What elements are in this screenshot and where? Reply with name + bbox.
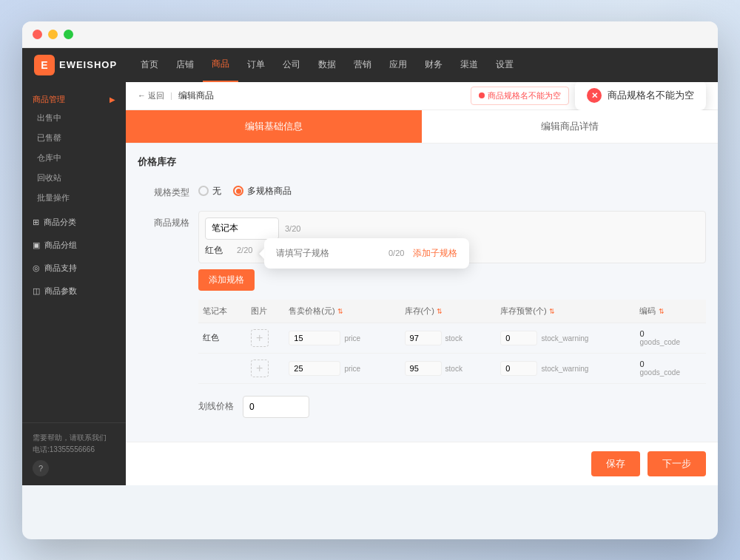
stock-sort-icon[interactable]: ⇅	[437, 308, 443, 315]
nav-item-channel[interactable]: 渠道	[451, 48, 487, 82]
radio-multi[interactable]: 多规格商品	[233, 185, 292, 198]
tab-bar: 编辑基础信息 编辑商品详情	[126, 110, 718, 144]
error-tooltip-text: 商品规格名不能为空	[608, 89, 694, 102]
error-area: 商品规格名不能为空 ✕ 商品规格名不能为空	[471, 82, 706, 111]
bottom-price-input[interactable]	[243, 396, 309, 418]
sidebar-item-group-label: 商品分组	[44, 240, 77, 251]
nav-item-app[interactable]: 应用	[380, 48, 416, 82]
tooltip-count: 0/20	[388, 249, 404, 257]
nav-item-marketing[interactable]: 营销	[345, 48, 380, 82]
code-bottom-row2: goods_code	[639, 368, 702, 377]
radio-circle-multi	[233, 186, 243, 196]
error-close-icon[interactable]: ✕	[587, 88, 602, 103]
sidebar-item-on-sale[interactable]: 出售中	[22, 108, 126, 128]
save-button[interactable]: 保存	[591, 451, 640, 476]
sidebar-item-warehouse[interactable]: 仓库中	[22, 148, 126, 168]
sidebar-footer: 需要帮助，请联系我们 电话:13355556666 ?	[22, 422, 126, 485]
spec-type-label: 规格类型	[138, 181, 189, 199]
close-button[interactable]	[33, 30, 42, 39]
next-button[interactable]: 下一步	[648, 451, 706, 476]
stock-placeholder-row2: stock	[445, 365, 462, 373]
price-input-row2[interactable]	[289, 361, 340, 376]
warning-input-row1[interactable]	[500, 331, 537, 345]
content-area: ← 返回 | 编辑商品 商品规格名不能为空 ✕ 商品规格名不能为空	[126, 82, 718, 485]
sidebar-item-batch[interactable]: 批量操作	[22, 188, 126, 208]
top-nav: E EWEISHOP 首页 店铺 商品 订单 公司 数据 营销 应用 财务 渠道…	[22, 48, 718, 82]
code-top-row1: 0	[639, 329, 702, 338]
table-row: + price stock	[198, 353, 706, 383]
breadcrumb-current: 编辑商品	[178, 90, 214, 102]
nav-item-data[interactable]: 数据	[309, 48, 345, 82]
price-row: 划线价格	[198, 396, 706, 418]
radio-none-label: 无	[212, 185, 221, 198]
action-bar: 保存 下一步	[126, 442, 718, 485]
radio-none[interactable]: 无	[198, 185, 221, 198]
title-bar	[22, 21, 718, 48]
td-stock-row2: stock	[400, 353, 497, 383]
error-dot-icon	[479, 92, 485, 98]
nav-item-company[interactable]: 公司	[274, 48, 309, 82]
image-upload-row2[interactable]: +	[251, 360, 269, 377]
td-price-row1: price	[284, 323, 400, 353]
sub-spec-label-red: 红色	[205, 244, 231, 257]
spec-tooltip-popup: 0/20 添加子规格	[264, 238, 469, 269]
td-price-row2: price	[284, 353, 400, 383]
add-spec-button[interactable]: 添加规格	[198, 269, 255, 291]
stock-input-row2[interactable]	[405, 361, 442, 376]
table-row: 红色 + price	[198, 323, 706, 353]
sidebar-section-title: 商品管理	[33, 94, 65, 105]
nav-item-finance[interactable]: 财务	[416, 48, 451, 82]
td-spec1-row2	[198, 353, 246, 383]
radio-group-spec: 无 多规格商品	[198, 181, 706, 198]
sidebar-help-text: 需要帮助，请联系我们 电话:13355556666	[33, 432, 115, 456]
th-image: 图片	[246, 300, 285, 323]
sidebar: 商品管理 ▶ 出售中 已售罄 仓库中 回收站 批量操作 ⊞ 商品分类 ▣ 商品分…	[22, 82, 126, 485]
nav-item-home[interactable]: 首页	[132, 48, 167, 82]
price-sort-icon[interactable]: ⇅	[337, 308, 343, 315]
stock-placeholder-row1: stock	[445, 334, 462, 343]
sidebar-item-recycle[interactable]: 回收站	[22, 168, 126, 188]
sidebar-header-goods-mgmt[interactable]: 商品管理 ▶	[22, 88, 126, 108]
spec-type-content: 无 多规格商品	[198, 181, 706, 198]
radio-circle-none	[198, 186, 209, 196]
code-sort-icon[interactable]: ⇅	[659, 308, 665, 315]
spec-main-row: 3/20	[205, 217, 699, 240]
nav-item-store[interactable]: 店铺	[167, 48, 203, 82]
sidebar-item-sold-out[interactable]: 已售罄	[22, 128, 126, 148]
sidebar-item-group[interactable]: ▣ 商品分组	[22, 234, 126, 257]
td-stock-row1: stock	[400, 323, 497, 353]
add-sub-spec-button[interactable]: 添加子规格	[413, 247, 457, 260]
th-stock: 库存(个) ⇅	[400, 300, 497, 323]
th-stock-warning: 库存预警(个) ⇅	[496, 300, 635, 323]
tab-basic-info[interactable]: 编辑基础信息	[126, 110, 422, 143]
grid-icon: ⊞	[33, 217, 39, 227]
warning-sort-icon[interactable]: ⇅	[549, 308, 555, 315]
breadcrumb-bar: ← 返回 | 编辑商品 商品规格名不能为空 ✕ 商品规格名不能为空	[126, 82, 718, 110]
image-upload-row1[interactable]: +	[251, 329, 269, 347]
sub-spec-input[interactable]	[276, 248, 380, 258]
error-tooltip: ✕ 商品规格名不能为空	[575, 82, 706, 111]
support-icon: ◎	[33, 263, 40, 273]
warning-input-row2[interactable]	[500, 361, 537, 376]
minimize-button[interactable]	[48, 30, 58, 39]
content-body: 价格库存 规格类型 无	[126, 144, 718, 442]
sidebar-item-category[interactable]: ⊞ 商品分类	[22, 211, 126, 234]
spec-container: 3/20 红色 2/20 0/20	[198, 211, 706, 263]
nav-item-settings[interactable]: 设置	[487, 48, 522, 82]
back-button[interactable]: ← 返回	[138, 90, 164, 101]
td-code-row2: 0 goods_code	[635, 353, 706, 383]
td-warning-row1: stock_warning	[496, 323, 635, 353]
code-bottom-row1: goods_code	[639, 338, 702, 346]
td-spec1-row1: 红色	[198, 323, 246, 353]
help-button[interactable]: ?	[33, 460, 49, 476]
breadcrumb-separator: |	[170, 91, 172, 100]
tab-product-detail[interactable]: 编辑商品详情	[422, 110, 718, 143]
nav-item-goods[interactable]: 商品	[203, 48, 238, 82]
maximize-button[interactable]	[64, 30, 73, 39]
sidebar-item-params[interactable]: ◫ 商品参数	[22, 280, 126, 303]
price-input-row1[interactable]	[289, 331, 340, 345]
sidebar-item-support[interactable]: ◎ 商品支持	[22, 257, 126, 280]
stock-input-row1[interactable]	[405, 331, 442, 345]
nav-item-orders[interactable]: 订单	[238, 48, 274, 82]
spec-name-input[interactable]	[205, 217, 279, 240]
